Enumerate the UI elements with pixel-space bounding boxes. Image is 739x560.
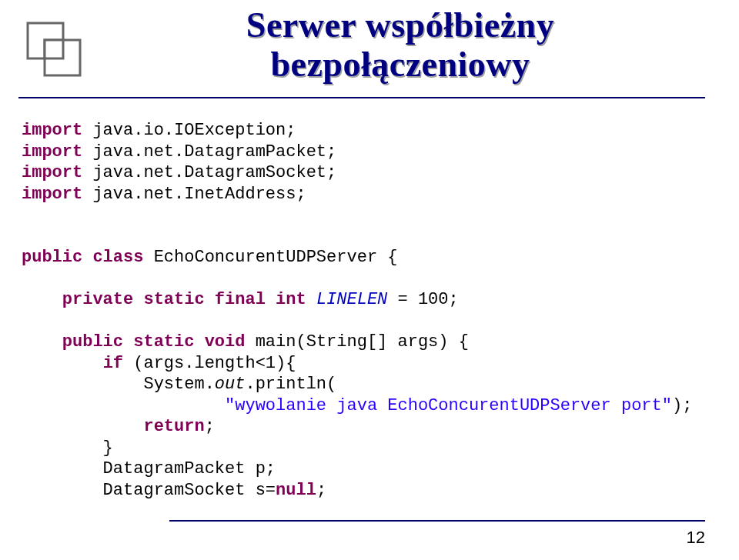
title-line-1: Serwer współbieżny (108, 6, 693, 45)
page-number: 12 (687, 528, 705, 548)
svg-rect-2 (45, 40, 63, 58)
slide: Serwer współbieżny bezpołączeniowy impor… (0, 0, 739, 560)
logo-icon (22, 17, 89, 88)
divider-bottom (169, 520, 705, 522)
title-line-2: bezpołączeniowy (108, 45, 693, 85)
kw-import: import (22, 121, 82, 140)
slide-title: Serwer współbieżny bezpołączeniowy (108, 6, 693, 84)
divider-top (18, 97, 705, 98)
code-block: import java.io.IOException; import java.… (22, 120, 708, 501)
